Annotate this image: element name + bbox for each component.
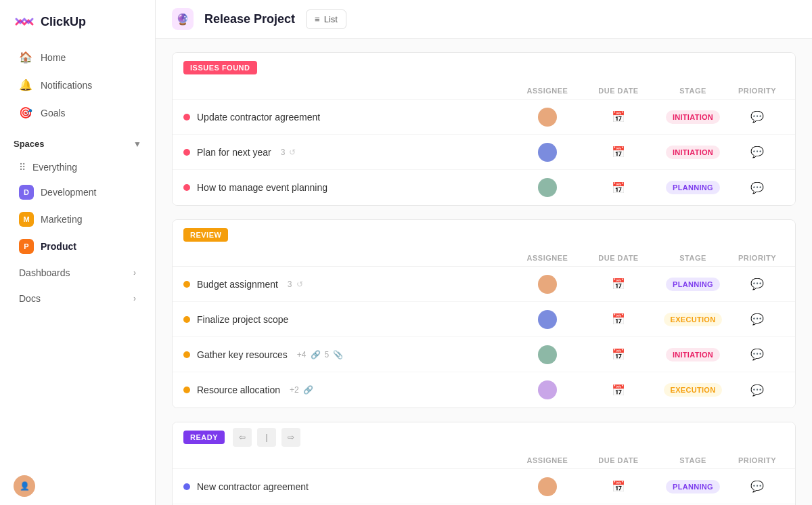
space-badge-product: P bbox=[19, 239, 34, 254]
stage-cell: INITIATION bbox=[656, 146, 730, 159]
task-title: Plan for next year bbox=[197, 147, 271, 158]
avatar bbox=[538, 380, 557, 399]
task-status-dot bbox=[183, 316, 190, 323]
meta-count: 3 bbox=[281, 148, 286, 157]
section-issues: ISSUES FOUND ASSIGNEE DUE DATE STAGE PRI… bbox=[172, 52, 796, 206]
sidebar-item-goals[interactable]: 🎯 Goals bbox=[5, 100, 150, 126]
cycle-icon: ↺ bbox=[289, 148, 296, 157]
priority-cell: 💬 bbox=[730, 480, 784, 493]
task-title: Finalize project scope bbox=[197, 314, 288, 325]
table-row[interactable]: Finalize project scope 📅 EXECUTION 💬 bbox=[173, 302, 795, 337]
sidebar-item-everything[interactable]: ⠿ Everything bbox=[5, 156, 150, 178]
sidebar-label-goals: Goals bbox=[41, 108, 66, 118]
sidebar-item-marketing[interactable]: M Marketing bbox=[5, 206, 150, 232]
sidebar-label-notifications: Notifications bbox=[41, 80, 92, 91]
avatar bbox=[538, 310, 557, 329]
table-row[interactable]: Budget assignment 3 ↺ 📅 PLANNING 💬 bbox=[173, 267, 795, 302]
spaces-header: Spaces ▼ bbox=[0, 132, 155, 156]
col-stage-1: STAGE bbox=[656, 254, 730, 262]
assignee-cell bbox=[514, 380, 581, 399]
avatar bbox=[538, 143, 557, 162]
task-name-cell: Budget assignment 3 ↺ bbox=[183, 279, 514, 290]
task-title: Gather key resources bbox=[197, 349, 288, 360]
col-duedate-2: DUE DATE bbox=[581, 456, 656, 464]
due-date-cell: 📅 bbox=[581, 110, 656, 123]
task-status-dot bbox=[183, 184, 190, 191]
task-status-dot bbox=[183, 149, 190, 156]
table-row[interactable]: Update contractor agreement 📅 INITIATION… bbox=[173, 100, 795, 135]
space-badge-marketing: M bbox=[19, 212, 34, 227]
avatar bbox=[538, 477, 557, 496]
task-meta: 3 ↺ bbox=[281, 148, 296, 157]
section-header-review: REVIEW bbox=[173, 220, 795, 250]
col-duedate-0: DUE DATE bbox=[581, 87, 656, 95]
sidebar-item-dashboards[interactable]: Dashboards › bbox=[5, 261, 150, 285]
sidebar-item-home[interactable]: 🏠 Home bbox=[5, 44, 150, 70]
chevron-down-icon[interactable]: ▼ bbox=[133, 139, 141, 149]
col-priority-1: PRIORITY bbox=[730, 254, 784, 262]
user-avatar[interactable]: 👤 bbox=[14, 475, 35, 497]
due-date-cell: 📅 bbox=[581, 348, 656, 361]
task-name-cell: Gather key resources +4 🔗 5 📎 bbox=[183, 349, 514, 360]
stage-cell: EXECUTION bbox=[656, 383, 730, 397]
collapse-btn[interactable]: | bbox=[257, 428, 276, 447]
section-header-extras: ⇦ | ⇨ bbox=[233, 428, 300, 447]
sidebar-item-docs[interactable]: Docs › bbox=[5, 286, 150, 311]
sidebar-bottom: 👤 bbox=[0, 467, 155, 505]
stage-badge: PLANNING bbox=[666, 278, 720, 291]
col-assignee-0: ASSIGNEE bbox=[514, 87, 581, 95]
space-badge-development: D bbox=[19, 185, 34, 200]
calendar-icon: 📅 bbox=[612, 348, 625, 361]
extra-count: +4 bbox=[297, 350, 307, 359]
section-ready: READY ⇦ | ⇨ ASSIGNEE DUE DATE STAGE PRIO… bbox=[172, 422, 796, 505]
home-icon: 🏠 bbox=[19, 51, 32, 64]
col-headers-issues: ASSIGNEE DUE DATE STAGE PRIORITY bbox=[173, 83, 795, 100]
due-date-cell: 📅 bbox=[581, 313, 656, 326]
sidebar-item-notifications[interactable]: 🔔 Notifications bbox=[5, 72, 150, 98]
spaces-label: Spaces bbox=[14, 139, 45, 149]
due-date-cell: 📅 bbox=[581, 181, 656, 194]
meta-count: 3 bbox=[288, 280, 292, 289]
sidebar-item-development[interactable]: D Development bbox=[5, 179, 150, 205]
assignee-cell bbox=[514, 143, 581, 162]
assignee-cell bbox=[514, 345, 581, 364]
task-title: New contractor agreement bbox=[197, 481, 309, 492]
stage-badge: EXECUTION bbox=[664, 383, 723, 397]
priority-cell: 💬 bbox=[730, 181, 784, 194]
col-task-r bbox=[183, 254, 514, 262]
forward-btn[interactable]: ⇨ bbox=[281, 428, 300, 447]
col-headers-ready: ASSIGNEE DUE DATE STAGE PRIORITY bbox=[173, 452, 795, 469]
avatar bbox=[538, 275, 557, 294]
task-status-dot bbox=[183, 483, 190, 490]
priority-cell: 💬 bbox=[730, 348, 784, 361]
avatar bbox=[538, 108, 557, 127]
task-name-cell: New contractor agreement bbox=[183, 481, 514, 492]
calendar-icon: 📅 bbox=[612, 384, 625, 397]
avatar bbox=[538, 178, 557, 197]
col-assignee-2: ASSIGNEE bbox=[514, 456, 581, 464]
section-header-ready: READY ⇦ | ⇨ bbox=[173, 422, 795, 452]
view-selector[interactable]: ≡ List bbox=[306, 9, 346, 29]
sidebar-item-product[interactable]: P Product bbox=[5, 234, 150, 259]
assignee-cell bbox=[514, 178, 581, 197]
table-row[interactable]: Plan for next year 3 ↺ 📅 INITIATION 💬 bbox=[173, 135, 795, 170]
table-row[interactable]: Resource allocation +2 🔗 📅 EXECUTION 💬 bbox=[173, 372, 795, 408]
due-date-cell: 📅 bbox=[581, 384, 656, 397]
col-task-ready bbox=[183, 456, 514, 464]
attachment-count: 5 bbox=[325, 350, 330, 359]
priority-icon: 💬 bbox=[750, 480, 764, 493]
task-title: How to manage event planning bbox=[197, 182, 328, 193]
task-name-cell: How to manage event planning bbox=[183, 182, 514, 193]
table-row[interactable]: New contractor agreement 📅 PLANNING 💬 bbox=[173, 469, 795, 504]
expand-btn[interactable]: ⇦ bbox=[233, 428, 252, 447]
dashboards-label: Dashboards bbox=[19, 267, 70, 278]
table-row[interactable]: Gather key resources +4 🔗 5 📎 📅 INITIATI… bbox=[173, 337, 795, 372]
calendar-icon: 📅 bbox=[612, 313, 625, 326]
space-label-everything: Everything bbox=[32, 162, 77, 173]
col-stage-2: STAGE bbox=[656, 456, 730, 464]
view-label: List bbox=[324, 14, 338, 24]
table-row[interactable]: How to manage event planning 📅 PLANNING … bbox=[173, 170, 795, 205]
bell-icon: 🔔 bbox=[19, 79, 32, 91]
chevron-right-icon: › bbox=[133, 268, 136, 278]
logo[interactable]: ClickUp bbox=[0, 0, 155, 43]
